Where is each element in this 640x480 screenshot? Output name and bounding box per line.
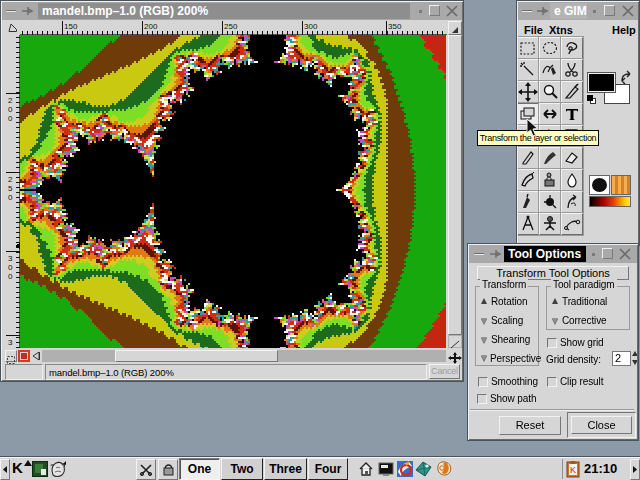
svg-text:150: 150: [64, 22, 78, 31]
svg-text:K: K: [570, 465, 576, 475]
svg-text:5: 5: [8, 184, 13, 193]
svg-text:3: 3: [8, 338, 13, 347]
svg-text:2: 2: [8, 175, 13, 184]
svg-text:250: 250: [224, 22, 238, 31]
svg-text:300: 300: [304, 22, 318, 31]
svg-text:3: 3: [8, 254, 13, 263]
svg-text:200: 200: [144, 22, 158, 31]
svg-text:0: 0: [8, 263, 13, 272]
svg-text:0: 0: [8, 105, 13, 114]
svg-text:350: 350: [388, 22, 402, 31]
svg-text:2: 2: [8, 96, 13, 105]
svg-text:0: 0: [8, 114, 13, 123]
svg-text:0: 0: [8, 193, 13, 202]
svg-text:0: 0: [8, 272, 13, 281]
svg-text:5: 5: [8, 347, 13, 348]
